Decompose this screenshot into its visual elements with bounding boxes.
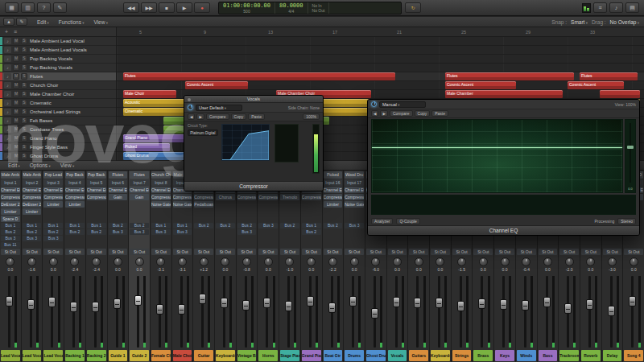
fader[interactable] — [409, 274, 428, 349]
region[interactable]: Flutes — [580, 72, 638, 80]
mute-button[interactable]: M — [13, 100, 19, 106]
fx-slot[interactable]: Channel EQ — [1, 187, 20, 193]
fader[interactable] — [539, 274, 558, 349]
eq-curve[interactable] — [372, 147, 622, 148]
strip-input-slot[interactable]: Input 8 — [151, 179, 171, 186]
compressor-window[interactable]: Vocals User Default Side Chain: None ◀▶C… — [184, 95, 324, 191]
strip-name-label[interactable]: Lead Vocal — [1, 350, 20, 361]
send-slot[interactable]: Bus 3 — [258, 223, 278, 228]
fx-slot[interactable]: Compressor — [194, 194, 213, 200]
window-titlebar[interactable]: Vocals — [184, 96, 323, 103]
strip-name-label[interactable]: Vintage B3 — [237, 350, 257, 361]
pan-knob[interactable] — [221, 257, 229, 266]
fader[interactable] — [194, 274, 213, 349]
fader[interactable] — [517, 274, 536, 349]
fader[interactable] — [324, 274, 343, 349]
cycle-icon[interactable]: ↻ — [405, 2, 421, 13]
solo-button[interactable]: S — [21, 126, 27, 133]
send-slot[interactable]: Bus 2 — [65, 229, 85, 235]
strip-output-slot[interactable]: St Out — [324, 249, 343, 255]
solo-button[interactable]: S — [21, 117, 27, 124]
fader[interactable] — [431, 274, 450, 349]
solo-button[interactable]: S — [21, 100, 27, 106]
fader[interactable] — [345, 274, 364, 349]
power-icon[interactable] — [188, 105, 193, 110]
view-dropdown[interactable]: 100% — [303, 113, 320, 120]
fader[interactable] — [23, 274, 42, 349]
send-slot[interactable]: Bus 2 — [216, 223, 235, 228]
region[interactable] — [163, 125, 184, 134]
pan-knob[interactable] — [328, 257, 337, 266]
mute-button[interactable]: M — [13, 117, 19, 124]
pan-knob[interactable] — [156, 257, 165, 266]
stop-icon[interactable]: ■ — [159, 2, 175, 13]
region[interactable]: Cosmic Ascent — [568, 81, 624, 89]
menu-functions[interactable]: Functions — [59, 19, 85, 25]
send-slot[interactable]: Bus 2 — [194, 223, 213, 228]
send-slot[interactable]: Bus 2 — [237, 223, 257, 228]
side-chain[interactable]: Side Chain: None — [288, 105, 320, 110]
fx-slot[interactable]: Compressor — [173, 194, 192, 200]
strip-name-label[interactable]: Stage Piano — [280, 350, 299, 361]
library-icon[interactable]: ▦ — [5, 2, 19, 13]
fx-slot[interactable]: Limiter — [43, 201, 63, 208]
strip-input-slot[interactable]: Input 7 — [130, 179, 149, 186]
pan-knob[interactable] — [135, 257, 144, 266]
fader[interactable] — [603, 274, 622, 349]
mixer-strip[interactable]: FlutesInput 6Channel EQGainBus 2Bus 3St … — [108, 171, 129, 362]
fader[interactable] — [43, 274, 63, 349]
fader-cap[interactable] — [457, 301, 464, 311]
preset-dropdown[interactable]: User Default — [196, 105, 242, 111]
strip-name-label[interactable]: Guitars — [409, 350, 428, 361]
strip-name-label[interactable]: Keyboards — [216, 350, 235, 361]
fx-slot[interactable]: Compressor — [65, 194, 85, 200]
strip-name-label[interactable]: Drums — [345, 350, 364, 361]
strip-name-label[interactable]: Lead Vocal — [43, 350, 63, 361]
track-header[interactable]: ♪MSPop Backing Vocals — [0, 64, 116, 72]
next-preset-button[interactable]: ▶ — [380, 110, 387, 117]
fx-slot[interactable]: Compressor — [258, 194, 278, 200]
strip-name-label[interactable]: Trackroom — [559, 350, 579, 361]
fx-slot[interactable]: Compressor — [23, 194, 42, 200]
strip-setting-button[interactable]: Male Amb — [23, 171, 42, 179]
pan-knob[interactable] — [200, 257, 208, 266]
fader-cap[interactable] — [6, 296, 13, 306]
button-paste[interactable]: Paste — [248, 113, 265, 120]
fx-slot[interactable]: Compressor — [43, 194, 63, 200]
timeline-ruler[interactable]: 59131721252933 — [117, 27, 644, 37]
fader-cap[interactable] — [629, 296, 636, 306]
quick-help-icon[interactable]: ? — [37, 2, 51, 13]
fx-slot[interactable]: Limiter — [65, 201, 85, 208]
send-slot[interactable]: Bus 3 — [130, 229, 149, 235]
strip-name-label[interactable]: Winds — [517, 350, 536, 361]
mixer-strip[interactable]: Male ChaInput 9Channel EQCompressorNoise… — [172, 171, 193, 362]
fader[interactable] — [280, 274, 299, 349]
fader[interactable] — [109, 274, 128, 349]
fader[interactable] — [581, 274, 601, 349]
pan-knob[interactable] — [307, 257, 316, 266]
region[interactable]: Picked — [123, 143, 170, 151]
strip-name-label[interactable]: Lead Vocal — [23, 350, 42, 361]
inspector-icon[interactable]: ▥ — [21, 2, 35, 13]
pan-knob[interactable] — [350, 257, 359, 266]
pan-knob[interactable] — [285, 257, 294, 266]
fader[interactable] — [559, 274, 579, 349]
mute-button[interactable]: M — [13, 47, 19, 53]
pan-knob[interactable] — [608, 257, 617, 266]
fader-cap[interactable] — [436, 298, 443, 308]
send-slot[interactable]: Bus 1 — [23, 223, 42, 228]
fader-cap[interactable] — [134, 295, 142, 306]
fx-slot[interactable]: Compressor — [237, 194, 257, 200]
track-header[interactable]: ♪MSCombase Trees — [0, 125, 116, 134]
pan-knob[interactable] — [543, 257, 552, 266]
send-slot[interactable]: Bus 3 — [151, 229, 171, 235]
strip-output-slot[interactable]: St Out — [517, 249, 536, 255]
strip-input-slot[interactable]: Input 4 — [65, 179, 85, 186]
fx-slot[interactable]: Channel EQ — [43, 187, 63, 193]
tools-icon[interactable]: ✎ — [53, 2, 67, 13]
mute-button[interactable]: M — [13, 56, 19, 62]
strip-output-slot[interactable]: St Out — [130, 249, 149, 255]
strip-setting-button[interactable]: Flutes — [109, 171, 128, 179]
send-slot[interactable]: Bus 3 — [23, 236, 42, 241]
mute-button[interactable]: M — [13, 153, 19, 159]
